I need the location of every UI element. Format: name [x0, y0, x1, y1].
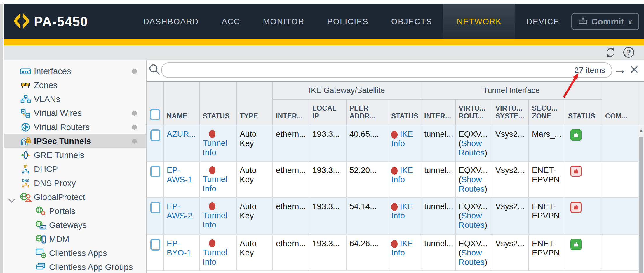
sidebar-item-gateways[interactable]: Gateways: [4, 218, 146, 232]
tunnel-if-status-cell: [565, 162, 602, 197]
tab-acc[interactable]: ACC: [210, 4, 252, 39]
pending-change-dot: [132, 111, 137, 116]
show-routes-link[interactable]: Show Routes: [459, 248, 485, 267]
svg-text:IP: IP: [24, 164, 27, 169]
type-cell: Auto Key: [237, 125, 273, 161]
sidebar-item-vlans[interactable]: VLANs: [4, 92, 146, 106]
sidebar-item-dns-proxy[interactable]: DNS DNS Proxy: [4, 176, 146, 190]
local-ip-cell: 193.3...: [309, 235, 347, 270]
sidebar-item-virtual-routers[interactable]: Virtual Routers: [4, 120, 146, 134]
select-all-checkbox[interactable]: [150, 109, 160, 120]
tunnel-name-link[interactable]: EP-AWS-2: [167, 202, 192, 220]
tunnel-interface-cell: tunnel...: [421, 162, 456, 197]
col-header-name[interactable]: NAME: [164, 82, 200, 125]
comments-cell: [602, 162, 638, 197]
col-header-status[interactable]: STATUS: [200, 82, 237, 125]
paloalto-logo-icon: [14, 13, 29, 30]
ike-status-cell: IKE Info: [388, 125, 421, 161]
sidebar-item-clientless-app-groups[interactable]: Clientless App Groups: [4, 260, 146, 273]
sidebar-item-dhcp[interactable]: IP DHCP: [4, 162, 146, 176]
portals-icon: [34, 206, 47, 216]
tab-objects[interactable]: OBJECTS: [380, 4, 443, 39]
col-header-peer-address[interactable]: PEER ADDR...: [347, 100, 388, 125]
scrollbar-thumb[interactable]: [639, 137, 643, 273]
sidebar-item-ipsec-tunnels[interactable]: IPSec Tunnels: [4, 134, 146, 148]
sidebar-item-interfaces[interactable]: Interfaces: [4, 64, 146, 78]
sidebar-item-clientless-apps[interactable]: Clientless Apps: [4, 246, 146, 260]
tab-monitor[interactable]: MONITOR: [252, 4, 316, 39]
col-header-virtual-system[interactable]: VIRTU... SYSTE...: [492, 100, 529, 125]
filter-input[interactable]: 27 items: [161, 62, 612, 78]
tunnel-info-link[interactable]: Tunnel Info: [203, 175, 227, 193]
col-header-security-zone[interactable]: SECU... ZONE: [529, 100, 565, 125]
col-header-type[interactable]: TYPE: [237, 82, 273, 125]
scroll-up-icon[interactable]: ▲: [638, 125, 644, 135]
status-red-dot: [209, 166, 215, 174]
pending-change-dot: [132, 125, 137, 130]
sidebar-item-virtual-wires[interactable]: Virtual Wires: [4, 106, 146, 120]
security-zone-cell: ENET-EPVPN: [529, 235, 565, 270]
tunnel-info-link[interactable]: Tunnel Info: [203, 211, 227, 229]
sidebar-item-mdm[interactable]: MDM: [4, 232, 146, 246]
row-checkbox[interactable]: [150, 202, 160, 214]
group-header-tunnel-interface: Tunnel Interface: [421, 82, 602, 100]
row-select-cell: [147, 162, 164, 197]
col-header-virtual-router[interactable]: VIRTU... ROUT...: [456, 100, 492, 125]
port-status-icon: [570, 202, 582, 213]
select-all-cell: [147, 82, 164, 125]
sidebar-item-gre-tunnels[interactable]: GRE Tunnels: [4, 148, 146, 162]
pan-os-window: PA-5450 DASHBOARD ACC MONITOR POLICIES O…: [0, 0, 644, 273]
tunnel-name-link[interactable]: EP-BYO-1: [167, 239, 191, 257]
apply-filter-icon[interactable]: →: [613, 61, 627, 78]
tunnel-name-cell: EP-BYO-1: [164, 235, 200, 270]
tunnel-interface-cell: tunnel...: [421, 198, 456, 234]
tunnel-name-cell: AZUR...: [164, 125, 200, 161]
tunnel-status-cell: Tunnel Info: [200, 162, 237, 197]
col-header-comments[interactable]: COM...: [602, 82, 638, 125]
col-header-ike-interface[interactable]: INTER...: [273, 100, 309, 125]
row-checkbox[interactable]: [150, 239, 160, 251]
sidebar-item-globalprotect[interactable]: GlobalProtect: [4, 190, 146, 204]
interfaces-icon: [19, 67, 32, 75]
help-icon[interactable]: ?: [623, 47, 634, 58]
row-checkbox[interactable]: [150, 130, 160, 141]
col-header-ike-status[interactable]: STATUS: [388, 100, 421, 125]
show-routes-link[interactable]: Show Routes: [459, 175, 485, 193]
table-scrollbar[interactable]: ▲: [638, 125, 644, 273]
tunnel-info-link[interactable]: Tunnel Info: [203, 139, 227, 157]
col-header-local-ip[interactable]: LOCAL IP: [309, 100, 347, 125]
tab-network[interactable]: NETWORK: [443, 4, 515, 39]
tunnel-name-link[interactable]: EP-AWS-1: [167, 166, 192, 184]
tab-policies[interactable]: POLICIES: [316, 4, 380, 39]
tunnel-if-status-cell: [565, 125, 602, 161]
security-zone-cell: Mars_...: [529, 125, 565, 161]
tunnel-if-status-cell: [565, 198, 602, 234]
tab-device[interactable]: DEVICE: [515, 4, 571, 39]
commit-button[interactable]: Commit ∨: [571, 13, 639, 30]
tunnel-interface-cell: tunnel...: [421, 125, 456, 161]
pending-change-dot: [132, 69, 137, 74]
ipsec-tunnels-table: NAME STATUS TYPE IKE Gateway/Satellite T…: [147, 81, 644, 273]
virtual-router-cell: EQXV... (Show Routes): [456, 162, 492, 197]
show-routes-link[interactable]: Show Routes: [459, 211, 485, 230]
device-model: PA-5450: [34, 14, 88, 29]
col-header-tunnel-interface[interactable]: INTER...: [421, 100, 456, 125]
virtual-router-cell: EQXV... (Show Routes): [456, 198, 492, 234]
tunnel-info-link[interactable]: Tunnel Info: [203, 248, 227, 266]
gateways-icon: [34, 221, 47, 230]
col-header-tunnel-status[interactable]: STATUS: [565, 100, 602, 125]
tunnel-if-status-cell: [565, 235, 602, 270]
refresh-icon[interactable]: [605, 47, 616, 58]
sidebar-item-zones[interactable]: Zones: [4, 78, 146, 92]
clear-filter-icon[interactable]: ×: [630, 60, 639, 79]
clientless-apps-icon: [34, 249, 47, 258]
tunnel-name-cell: EP-AWS-1: [164, 162, 200, 197]
zones-icon: [19, 81, 32, 89]
chevron-down-icon[interactable]: [8, 195, 15, 205]
tunnel-name-link[interactable]: AZUR...: [167, 130, 196, 139]
tab-dashboard[interactable]: DASHBOARD: [132, 4, 210, 39]
show-routes-link[interactable]: Show Routes: [459, 139, 485, 157]
row-checkbox[interactable]: [150, 166, 160, 177]
sidebar-item-portals[interactable]: Portals: [4, 204, 146, 218]
security-zone-cell: ENET-EPVPN: [529, 162, 565, 197]
